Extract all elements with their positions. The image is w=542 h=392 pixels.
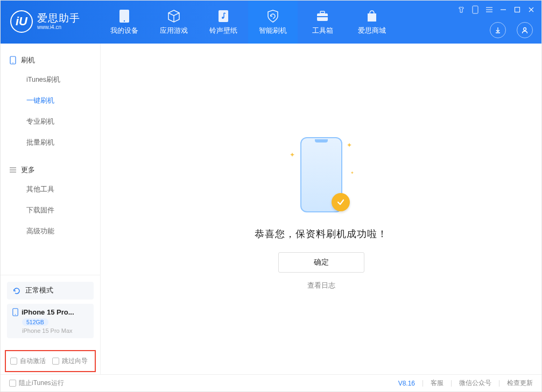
svg-rect-6 — [317, 16, 328, 17]
storage-badge: 512GB — [22, 318, 48, 326]
device-fullname: iPhone 15 Pro Max — [22, 327, 88, 334]
device-icon — [9, 56, 17, 64]
group-header-flash[interactable]: 刷机 — [1, 51, 100, 69]
sidebar-item-download-firmware[interactable]: 下载固件 — [1, 200, 100, 221]
sidebar-item-oneclick-flash[interactable]: 一键刷机 — [1, 90, 100, 111]
device-mode-row[interactable]: 正常模式 — [7, 282, 94, 300]
sidebar-item-batch-flash[interactable]: 批量刷机 — [1, 132, 100, 153]
svg-point-17 — [12, 62, 13, 63]
shopping-bag-icon — [365, 9, 379, 23]
shield-refresh-icon — [266, 9, 280, 23]
nav-my-device[interactable]: 我的设备 — [100, 1, 149, 44]
support-link[interactable]: 客服 — [431, 379, 444, 388]
refresh-icon — [12, 287, 21, 295]
app-header: iU 爱思助手 www.i4.cn 我的设备 应用游戏 铃声壁纸 — [1, 1, 541, 44]
sidebar-group-more: 更多 其他工具 下载固件 高级功能 — [1, 153, 100, 242]
svg-point-15 — [524, 28, 526, 31]
app-name: 爱思助手 — [37, 12, 80, 24]
main-panel: ✦ ✦ ✦ 恭喜您，保资料刷机成功啦！ 确定 查看日志 — [101, 44, 541, 374]
nav-ringtones[interactable]: 铃声壁纸 — [199, 1, 248, 44]
version-label: V8.16 — [398, 380, 415, 387]
svg-rect-7 — [473, 6, 478, 13]
svg-point-1 — [124, 20, 125, 21]
success-message: 恭喜您，保资料刷机成功啦！ — [255, 227, 388, 240]
phone-small-icon — [12, 308, 18, 316]
download-icon[interactable] — [490, 22, 506, 38]
logo-icon: iU — [10, 10, 33, 33]
logo-area: iU 爱思助手 www.i4.cn — [1, 1, 90, 33]
skin-icon[interactable] — [456, 5, 466, 15]
group-header-more[interactable]: 更多 — [1, 161, 100, 179]
menu-lines-icon — [9, 166, 17, 174]
nav-apps-games[interactable]: 应用游戏 — [149, 1, 199, 44]
nav-label: 应用游戏 — [160, 26, 188, 35]
footer-right: V8.16 客服 微信公众号 检查更新 — [398, 379, 533, 388]
checkbox-icon — [10, 358, 17, 365]
logo-text: 爱思助手 www.i4.cn — [37, 12, 80, 30]
window-controls — [456, 5, 536, 15]
mini-mode-icon[interactable] — [470, 5, 480, 15]
sidebar-item-pro-flash[interactable]: 专业刷机 — [1, 111, 100, 132]
nav-label: 铃声壁纸 — [209, 26, 237, 35]
group-title: 更多 — [21, 165, 35, 175]
success-panel: ✦ ✦ ✦ 恭喜您，保资料刷机成功啦！ 确定 查看日志 — [101, 44, 541, 290]
maximize-icon[interactable] — [512, 5, 522, 15]
separator — [451, 380, 452, 387]
flash-options-highlighted: 自动激活 跳过向导 — [5, 350, 96, 372]
checkbox-icon — [52, 358, 59, 365]
sidebar: 刷机 iTunes刷机 一键刷机 专业刷机 批量刷机 更多 其他工具 下载固件 … — [1, 44, 101, 374]
nav-label: 智能刷机 — [259, 26, 287, 35]
body: 刷机 iTunes刷机 一键刷机 专业刷机 批量刷机 更多 其他工具 下载固件 … — [1, 44, 541, 374]
device-block: 正常模式 iPhone 15 Pro... 512GB iPhone 15 Pr… — [1, 275, 100, 345]
sidebar-item-other-tools[interactable]: 其他工具 — [1, 179, 100, 200]
nav-store[interactable]: 爱思商城 — [347, 1, 397, 44]
view-log-link[interactable]: 查看日志 — [307, 281, 335, 290]
top-nav: 我的设备 应用游戏 铃声壁纸 智能刷机 工具箱 — [100, 1, 397, 44]
phone-illustration: ✦ ✦ ✦ — [292, 135, 351, 216]
check-badge-icon — [332, 193, 350, 211]
nav-label: 我的设备 — [110, 26, 138, 35]
footer: 阻止iTunes运行 V8.16 客服 微信公众号 检查更新 — [1, 374, 541, 391]
ok-button[interactable]: 确定 — [278, 252, 364, 273]
menu-icon[interactable] — [484, 5, 494, 15]
device-name: iPhone 15 Pro... — [12, 308, 88, 316]
nav-flash[interactable]: 智能刷机 — [248, 1, 298, 44]
minimize-icon[interactable] — [498, 5, 508, 15]
group-title: 刷机 — [21, 55, 35, 65]
nav-label: 爱思商城 — [358, 26, 386, 35]
close-icon[interactable] — [526, 5, 536, 15]
svg-point-22 — [15, 314, 16, 315]
sidebar-group-flash: 刷机 iTunes刷机 一键刷机 专业刷机 批量刷机 — [1, 44, 100, 153]
svg-rect-2 — [219, 10, 228, 22]
checkbox-block-itunes[interactable]: 阻止iTunes运行 — [9, 379, 64, 388]
separator — [423, 380, 423, 387]
wechat-link[interactable]: 微信公众号 — [459, 379, 491, 388]
checkbox-auto-activate[interactable]: 自动激活 — [10, 357, 46, 366]
nav-toolbox[interactable]: 工具箱 — [298, 1, 347, 44]
device-mode: 正常模式 — [25, 286, 53, 295]
device-row[interactable]: iPhone 15 Pro... 512GB iPhone 15 Pro Max — [7, 304, 94, 338]
check-update-link[interactable]: 检查更新 — [507, 379, 533, 388]
sidebar-item-advanced[interactable]: 高级功能 — [1, 221, 100, 242]
cube-icon — [167, 9, 181, 23]
nav-label: 工具箱 — [312, 26, 333, 35]
phone-icon — [117, 9, 131, 23]
briefcase-icon — [315, 9, 329, 23]
app-site: www.i4.cn — [37, 24, 80, 31]
music-note-icon — [216, 9, 230, 23]
checkbox-icon — [9, 380, 16, 387]
separator — [499, 380, 499, 387]
user-icon[interactable] — [517, 22, 533, 38]
svg-rect-5 — [320, 11, 325, 13]
svg-point-3 — [222, 17, 224, 19]
svg-rect-12 — [515, 8, 520, 12]
checkbox-skip-wizard[interactable]: 跳过向导 — [52, 357, 88, 366]
sidebar-item-itunes-flash[interactable]: iTunes刷机 — [1, 69, 100, 90]
header-actions — [490, 22, 533, 38]
